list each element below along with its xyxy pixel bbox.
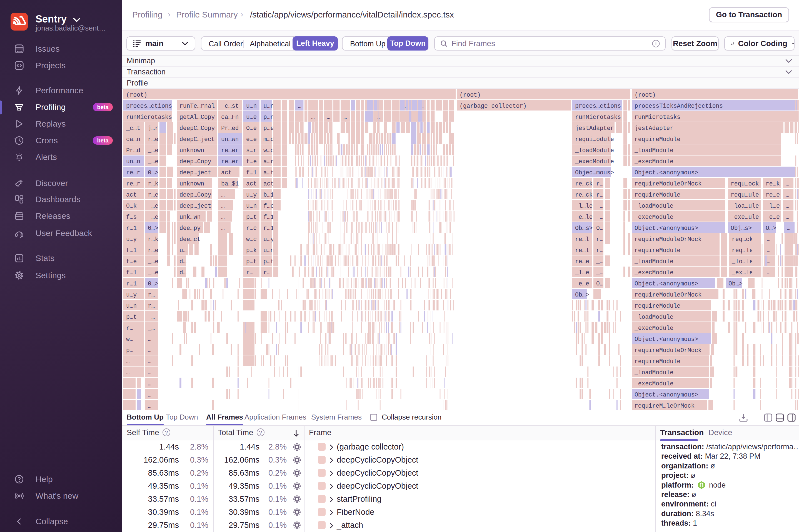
svg-text:m…d: m…d [263,136,274,143]
svg-text:…: … [343,114,347,120]
svg-text:re…k: re…k [766,180,780,187]
svg-text:requireModuleOrMock: requireModuleOrMock [634,180,702,187]
svg-text:deep…Copy: deep…Copy [180,192,211,198]
svg-text:_…: _… [596,269,603,276]
svg-text:ca…Fn: ca…Fn [221,114,239,120]
svg-text:r…k: r…k [148,236,159,243]
svg-text:u…e: u…e [246,114,257,120]
svg-text:deep…ject: deep…ject [180,169,211,176]
svg-text:_…: _… [148,325,155,331]
svg-text:_loadModule: _loadModule [634,147,673,154]
svg-text:u…y: u…y [263,236,274,243]
svg-text:re…l: re…l [575,236,589,243]
svg-text:r…: r… [596,236,603,243]
svg-text:_execModule: _execModule [634,214,673,221]
svg-text:p…n: p…n [263,114,274,120]
svg-text:Object.<anonymous>: Object.<anonymous> [634,281,698,287]
svg-text:un…n: un…n [126,158,140,165]
svg-text:u…n: u…n [263,103,274,109]
svg-text:requireModule: requireModule [634,303,681,309]
svg-text:a…t: a…t [263,169,274,176]
svg-text:runTe…rnal: runTe…rnal [180,103,215,109]
svg-text:r…: r… [596,180,603,187]
svg-text:_exe…ule: _exe…ule [730,214,759,221]
svg-text:jestAdapter: jestAdapter [575,125,614,132]
svg-text:O…: O… [596,225,603,232]
svg-text:(root): (root) [126,92,147,98]
svg-text:deepC…ject: deepC…ject [180,136,215,143]
svg-text:_…e: _…e [148,158,159,165]
svg-text:_…: _… [596,203,603,209]
svg-text:r…: r… [148,291,155,298]
svg-text:e…e: e…e [246,136,257,143]
svg-text:act: act [246,180,257,187]
svg-text:requireModuleOrMock: requireModuleOrMock [634,236,702,243]
svg-text:act: act [221,169,232,176]
svg-text:p…t: p…t [126,314,137,320]
svg-text:(garbage collector): (garbage collector) [460,103,527,109]
svg-text:re…er: re…er [221,158,239,165]
svg-text:b…1: b…1 [263,192,274,198]
svg-text:Pr…d: Pr…d [126,147,140,154]
svg-text:…: … [786,192,789,198]
svg-text:act: act [126,192,137,198]
svg-text:p…t: p…t [246,214,257,221]
svg-text:_execModule: _execModule [634,380,673,387]
svg-text:Ob…>: Ob…> [728,281,743,287]
svg-text:f…e: f…e [126,258,137,265]
svg-text:_ex…le: _ex…le [731,269,753,276]
svg-text:r…e: r…e [148,192,159,198]
svg-text:O…>: O…> [766,225,776,232]
svg-text:f…1: f…1 [126,269,137,276]
svg-text:…: … [767,258,770,265]
svg-text:p…: p… [126,347,133,354]
svg-text:re…ck: re…ck [575,192,593,198]
svg-text:…: … [786,180,789,187]
svg-text:w…: w… [126,336,133,343]
svg-text:_execModule: _execModule [634,158,673,165]
svg-text:u…n: u…n [246,203,257,209]
svg-text:u…: u… [180,247,186,254]
svg-text:_e…e: _e…e [575,281,589,287]
svg-text:_loa…ule: _loa…ule [730,203,759,209]
svg-text:ba…$1: ba…$1 [221,180,239,187]
svg-text:runMicrotasks: runMicrotasks [634,114,681,120]
svg-text:u…y: u…y [126,236,137,243]
svg-text:r…e: r…e [148,136,159,143]
svg-text:proces…ctions: proces…ctions [575,103,621,109]
svg-text:r…: r… [148,303,155,309]
svg-text:0…>: 0…> [148,169,159,176]
svg-text:a…r: a…r [263,158,274,165]
svg-text:w…c: w…c [246,236,257,243]
svg-text:Objec…mous>: Objec…mous> [575,169,614,176]
svg-text:_execModule: _execModule [634,325,673,331]
svg-text:re…r: re…r [126,180,140,187]
svg-text:requireModule: requireModule [634,358,681,365]
svg-text:…: … [148,358,151,365]
svg-text:…: … [767,269,770,276]
svg-text:runMicrotasks: runMicrotasks [126,114,172,120]
svg-text:…: … [126,358,130,365]
svg-text:_c…t: _c…t [126,125,140,132]
svg-text:_…e: _…e [148,203,159,209]
svg-text:dee…ct: dee…ct [180,236,201,243]
svg-text:j…r: j…r [148,125,159,132]
svg-text:runMicrotasks: runMicrotasks [575,114,621,120]
svg-text:r…: r… [596,192,603,198]
svg-text:…: … [221,203,225,209]
svg-text:deep…Copy: deep…Copy [180,158,211,165]
svg-text:_loadModule: _loadModule [634,258,673,265]
svg-text:_…: _… [596,214,603,221]
svg-text:0…>: 0…> [148,225,159,232]
svg-text:f…e: f…e [246,158,257,165]
svg-text:f…s: f…s [126,214,137,221]
svg-text:requ…ock: requ…ock [731,180,759,187]
svg-text:dee…py: dee…py [180,225,201,232]
svg-text:requireM…leOrMock: requireM…leOrMock [634,403,694,409]
svg-text:O…: O… [596,281,603,287]
svg-text:_e…le: _e…le [575,214,593,221]
svg-text:_…e: _…e [148,269,159,276]
svg-text:_loadModule: _loadModule [634,314,673,320]
svg-text:s…r: s…r [246,147,257,154]
svg-text:_…e: _…e [148,258,159,265]
